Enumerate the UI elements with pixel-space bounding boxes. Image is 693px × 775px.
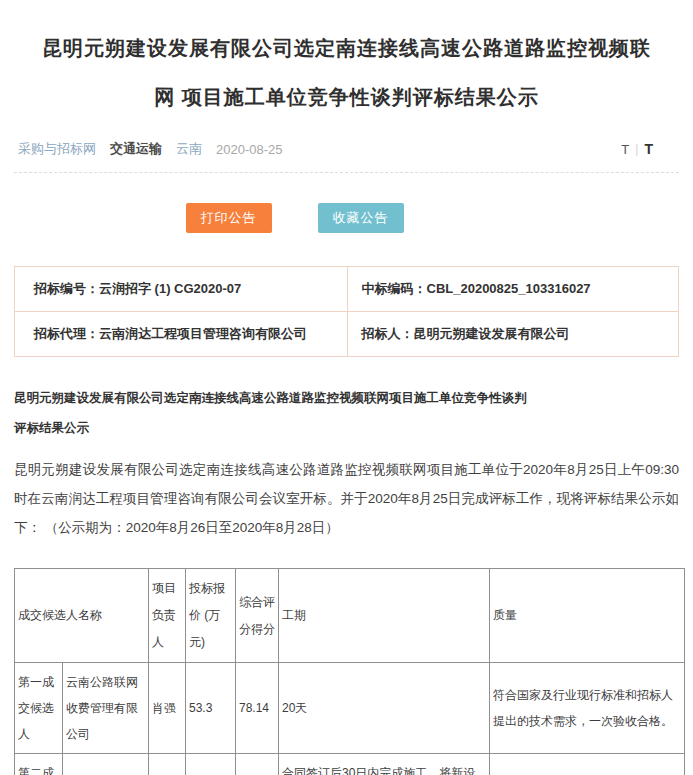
bid-number-cell: 招标编号：云润招字 (1) CG2020-07 xyxy=(15,267,347,311)
font-size-small-button[interactable]: T xyxy=(621,142,629,157)
table-row: 第一成交候选人 云南公路联网收费管理有限公司 肖强 53.3 78.14 20天… xyxy=(15,663,685,754)
table-row: 第二成交候选人 云南永昱建筑工程有限公司 尹冬梅 46 63.17 合同签订后3… xyxy=(15,754,685,775)
cell-manager: 肖强 xyxy=(149,663,186,754)
evaluation-result-table: 成交候选人名称 项目负责人 投标报价 (万元) 综合评分得分 工期 质量 第一成… xyxy=(14,568,685,775)
source-site-link[interactable]: 采购与招标网 xyxy=(18,140,96,158)
tenderee-cell: 招标人：昆明元朔建设发展有限公司 xyxy=(347,311,679,356)
cell-duration: 20天 xyxy=(279,663,490,754)
tender-info-box: 招标编号：云润招字 (1) CG2020-07 中标编码：CBL_2020082… xyxy=(14,266,679,357)
cell-manager: 尹冬梅 xyxy=(149,754,186,775)
cell-name: 云南永昱建筑工程有限公司 xyxy=(63,754,149,775)
win-number-value: CBL_20200825_103316027 xyxy=(427,281,591,296)
cell-score: 78.14 xyxy=(236,663,279,754)
action-buttons: 打印公告 收藏公告 xyxy=(0,203,627,233)
header-candidate: 成交候选人名称 xyxy=(15,569,149,663)
cell-duration: 合同签订后30日内完成施工。将新设备安装、调试完成，并确保招标人正常使用 xyxy=(279,754,490,775)
header-manager: 项目负责人 xyxy=(149,569,186,663)
notice-heading-line1: 昆明元朔建设发展有限公司选定南连接线高速公路道路监控视频联网项目施工单位竞争性谈… xyxy=(14,383,679,413)
agent-value: 云南润达工程项目管理咨询有限公司 xyxy=(99,326,307,341)
cell-quality: 符合国家及行业现行标准和招标人提出的技术需求，一次验收合格 xyxy=(490,754,685,775)
cell-price: 46 xyxy=(186,754,236,775)
favorite-announcement-button[interactable]: 收藏公告 xyxy=(318,203,404,233)
tenderee-value: 昆明元朔建设发展有限公司 xyxy=(414,326,570,341)
header-quality: 质量 xyxy=(490,569,685,663)
cell-rank: 第一成交候选人 xyxy=(15,663,63,754)
cell-name: 云南公路联网收费管理有限公司 xyxy=(63,663,149,754)
bid-number-value: 云润招字 (1) CG2020-07 xyxy=(99,281,241,296)
table-header-row: 成交候选人名称 项目负责人 投标报价 (万元) 综合评分得分 工期 质量 xyxy=(15,569,685,663)
page-title-line2: 网 项目施工单位竞争性谈判评标结果公示 xyxy=(154,86,539,108)
notice-heading-line2: 评标结果公示 xyxy=(14,413,679,443)
notice-heading: 昆明元朔建设发展有限公司选定南连接线高速公路道路监控视频联网项目施工单位竞争性谈… xyxy=(14,383,679,443)
win-number-cell: 中标编码：CBL_20200825_103316027 xyxy=(347,267,679,311)
font-size-controls: T | T xyxy=(621,141,675,157)
announcement-page: 昆明元朔建设发展有限公司选定南连接线高速公路道路监控视频联 网 项目施工单位竞争… xyxy=(0,24,693,775)
print-announcement-button[interactable]: 打印公告 xyxy=(186,203,272,233)
page-title: 昆明元朔建设发展有限公司选定南连接线高速公路道路监控视频联 网 项目施工单位竞争… xyxy=(14,24,679,122)
header-duration: 工期 xyxy=(279,569,490,663)
bid-number-label: 招标编号： xyxy=(34,281,99,296)
header-score: 综合评分得分 xyxy=(236,569,279,663)
cell-quality: 符合国家及行业现行标准和招标人提出的技术需求，一次验收合格。 xyxy=(490,663,685,754)
notice-body: 昆明元朔建设发展有限公司选定南连接线高速公路道路监控视频联网项目施工单位于202… xyxy=(14,455,679,542)
tenderee-label: 招标人： xyxy=(362,326,414,341)
win-number-label: 中标编码： xyxy=(362,281,427,296)
cell-score: 63.17 xyxy=(236,754,279,775)
font-size-divider: | xyxy=(635,142,638,156)
region-link[interactable]: 云南 xyxy=(176,140,202,158)
font-size-large-button[interactable]: T xyxy=(644,141,653,157)
publish-date: 2020-08-25 xyxy=(216,142,283,157)
page-title-line1: 昆明元朔建设发展有限公司选定南连接线高速公路道路监控视频联 xyxy=(42,37,651,59)
category-label: 交通运输 xyxy=(110,140,162,158)
cell-price: 53.3 xyxy=(186,663,236,754)
agent-label: 招标代理： xyxy=(34,326,99,341)
meta-bar: 采购与招标网 交通运输 云南 2020-08-25 T | T xyxy=(14,140,679,173)
header-price: 投标报价 (万元) xyxy=(186,569,236,663)
agent-cell: 招标代理：云南润达工程项目管理咨询有限公司 xyxy=(15,311,347,356)
meta-info: 采购与招标网 交通运输 云南 2020-08-25 xyxy=(18,140,283,158)
cell-rank: 第二成交候选人 xyxy=(15,754,63,775)
